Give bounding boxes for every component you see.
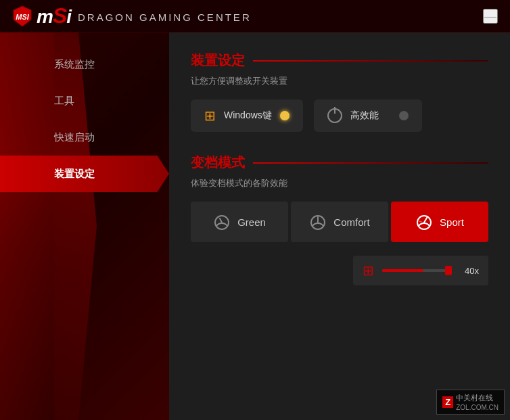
mode-sport-button[interactable]: Sport — [391, 202, 488, 242]
title-bar: MSI mSi DRAGON GAMING CENTER — — [0, 0, 510, 32]
svg-text:MSI: MSI — [16, 13, 30, 21]
watermark-z: Z — [442, 396, 453, 408]
green-speedometer-icon — [213, 213, 231, 231]
slider-container: ⊞ 40x — [353, 256, 488, 285]
device-settings-header: 装置设定 — [191, 51, 488, 70]
mode-green-label: Green — [237, 216, 266, 228]
mode-comfort-label: Comfort — [333, 216, 369, 228]
high-perf-label: 高效能 — [350, 110, 379, 122]
msi-logo: MSI mSi DRAGON GAMING CENTER — [11, 3, 252, 28]
mode-comfort-button[interactable]: Comfort — [291, 202, 388, 242]
gear-mode-title: 变档模式 — [191, 154, 245, 172]
mode-buttons-row: Green Comfort — [191, 202, 488, 242]
device-settings-section: 装置设定 让您方便调整或开关装置 ⊞ Windows键 高效能 — [191, 51, 488, 132]
watermark: Z 中关村在线 ZOL.COM.CN — [436, 390, 505, 415]
power-icon — [327, 108, 342, 123]
slider-fill — [382, 269, 423, 272]
svg-line-4 — [220, 218, 222, 223]
device-settings-line — [253, 60, 488, 62]
high-perf-indicator — [399, 111, 409, 120]
sidebar-item-quick-launch[interactable]: 快速启动 — [0, 119, 169, 156]
sidebar-item-tools[interactable]: 工具 — [0, 83, 169, 119]
app-title: DRAGON GAMING CENTER — [78, 11, 252, 23]
sidebar-item-system-monitor[interactable]: 系统监控 — [0, 46, 169, 83]
watermark-text: 中关村在线 ZOL.COM.CN — [456, 393, 499, 411]
windows-icon: ⊞ — [204, 108, 216, 124]
sport-speedometer-icon — [415, 213, 433, 231]
sidebar: 系统监控 工具 快速启动 装置设定 — [0, 32, 169, 420]
gear-mode-header: 变档模式 — [191, 154, 488, 172]
high-perf-toggle[interactable]: 高效能 — [314, 99, 422, 132]
slider-track[interactable] — [382, 269, 450, 272]
gear-mode-section: 变档模式 体验变档模式的各阶效能 Green — [191, 154, 488, 285]
comfort-speedometer-icon — [309, 213, 327, 231]
slider-thumb — [445, 266, 452, 275]
sidebar-item-device-settings[interactable]: 装置设定 — [0, 156, 169, 192]
svg-line-8 — [424, 218, 427, 223]
device-settings-title: 装置设定 — [191, 51, 245, 70]
mode-sport-label: Sport — [440, 216, 464, 228]
content-area: 装置设定 让您方便调整或开关装置 ⊞ Windows键 高效能 — [169, 32, 510, 420]
gear-mode-desc: 体验变档模式的各阶效能 — [191, 177, 488, 189]
main-container: 系统监控 工具 快速启动 装置设定 装置设定 让您方便调整或开关装置 — [0, 32, 510, 420]
sidebar-nav: 系统监控 工具 快速启动 装置设定 — [0, 32, 169, 192]
toggle-row: ⊞ Windows键 高效能 — [191, 99, 488, 132]
msi-shield-icon: MSI — [11, 5, 34, 28]
windows-key-indicator — [280, 111, 289, 120]
windows-key-toggle[interactable]: ⊞ Windows键 — [191, 99, 303, 132]
slider-value: 40x — [459, 266, 479, 276]
device-settings-desc: 让您方便调整或开关装置 — [191, 75, 488, 87]
msi-text: mSi — [37, 3, 71, 28]
minimize-button[interactable]: — — [483, 9, 498, 24]
mode-green-button[interactable]: Green — [191, 202, 288, 242]
windows-key-label: Windows键 — [224, 110, 272, 122]
film-icon: ⊞ — [363, 262, 374, 279]
gear-mode-line — [253, 162, 488, 164]
